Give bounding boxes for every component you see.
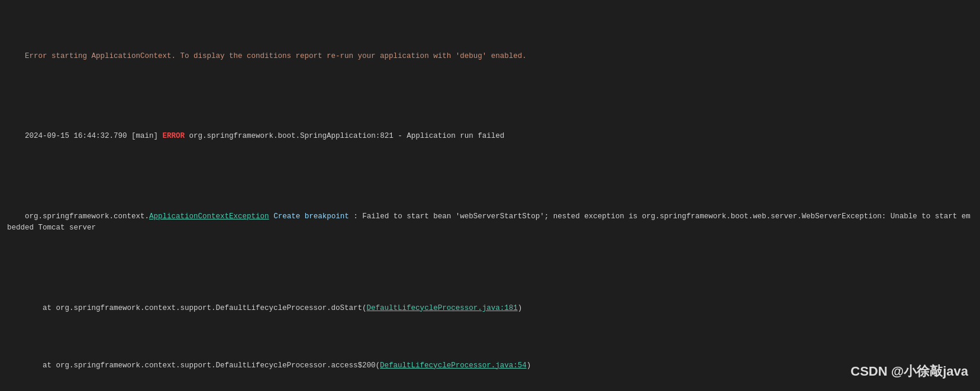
appctx-exception-link[interactable]: ApplicationContextException: [149, 212, 269, 221]
error-header-text: Error starting ApplicationContext. To di…: [25, 52, 527, 60]
log-line-timestamp: 2024-09-15 16:44:32.790 [main] ERROR org…: [7, 119, 973, 154]
stack-line-2: at org.springframework.context.support.D…: [7, 348, 973, 383]
stack-line-1: at org.springframework.context.support.D…: [7, 291, 973, 325]
appctx-breakpoint[interactable]: Create breakpoint: [273, 212, 349, 221]
log-line-appctx-exception: org.springframework.context.ApplicationC…: [7, 199, 973, 245]
log-output: Error starting ApplicationContext. To di…: [7, 5, 973, 391]
log-line-error-header: Error starting ApplicationContext. To di…: [7, 39, 973, 73]
